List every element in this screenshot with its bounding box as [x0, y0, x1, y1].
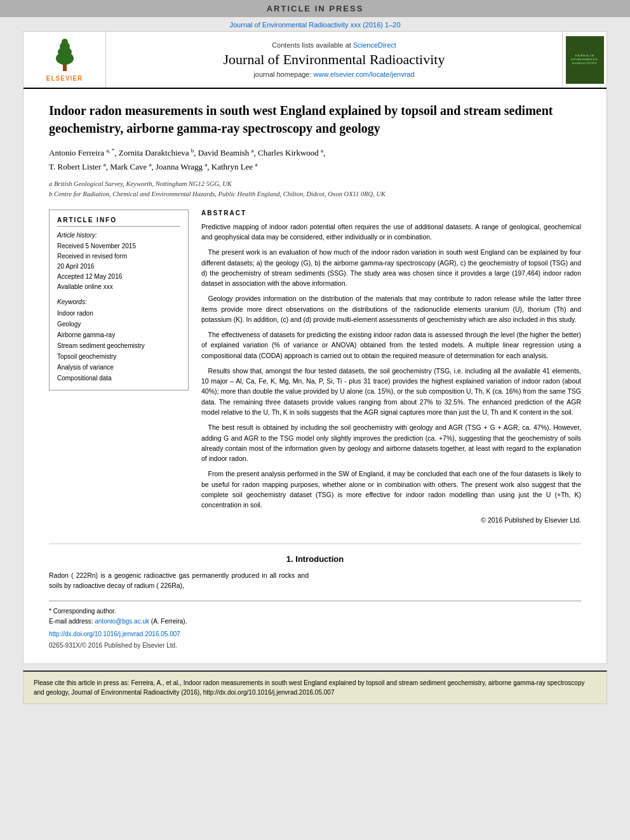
keyword-item: Compositional data	[57, 373, 180, 383]
email-link[interactable]: antonio@bgs.ac.uk	[95, 618, 149, 625]
affiliations: a British Geological Survey, Keyworth, N…	[49, 179, 581, 199]
introduction-text: Radon ( 222Rn) is a geogenic radioactive…	[49, 570, 581, 591]
section-number: 1. Introduction	[49, 554, 581, 564]
abstract-header: ABSTRACT	[201, 210, 581, 217]
two-column-section: ARTICLE INFO Article history: Received 5…	[49, 210, 581, 531]
article-in-press-banner: ARTICLE IN PRESS	[0, 0, 630, 17]
available-online: Available online xxx	[57, 282, 180, 292]
article-history: Article history: Received 5 November 201…	[57, 232, 180, 292]
abstract-paragraph-1: Predictive mapping of indoor radon poten…	[201, 222, 581, 243]
sciencedirect-link[interactable]: ScienceDirect	[353, 41, 396, 49]
paper-body: Indoor radon measurements in south west …	[23, 89, 607, 663]
homepage-url[interactable]: www.elsevier.com/locate/jenvrad	[314, 70, 415, 78]
elsevier-logo-section: ELSEVIER	[23, 32, 106, 88]
issn-line: 0265-931X/© 2016 Published by Elsevier L…	[49, 641, 581, 651]
article-history-title: Article history:	[57, 232, 180, 239]
accepted-date: Accepted 12 May 2016	[57, 272, 180, 282]
affiliation-b: b Centre for Radiation, Chemical and Env…	[49, 189, 581, 199]
abstract-section: ABSTRACT Predictive mapping of indoor ra…	[201, 210, 581, 526]
abstract-paragraph-5: Results show that, amongst the four test…	[201, 366, 581, 417]
keywords-list: Indoor radonGeologyAirborne gamma-rayStr…	[57, 308, 180, 383]
svg-point-4	[62, 39, 68, 45]
journal-header-center: Contents lists available at ScienceDirec…	[106, 32, 562, 88]
introduction-section: 1. Introduction Radon ( 222Rn) is a geog…	[49, 543, 581, 591]
intro-paragraph: Radon ( 222Rn) is a geogenic radioactive…	[49, 570, 309, 591]
abstract-paragraph-6: The best result is obtained by including…	[201, 422, 581, 463]
elsevier-tree-icon	[46, 38, 84, 73]
elsevier-logo: ELSEVIER	[46, 38, 84, 82]
keyword-item: Geology	[57, 319, 180, 330]
authors-line: Antonio Ferreira a, *, Zornita Daraktchi…	[49, 146, 581, 174]
received-date: Received 5 November 2015	[57, 241, 180, 251]
keyword-item: Indoor radon	[57, 308, 180, 319]
abstract-paragraph-8: © 2016 Published by Elsevier Ltd.	[201, 515, 581, 525]
keyword-item: Stream sediment geochemistry	[57, 340, 180, 351]
journal-homepage-line: journal homepage: www.elsevier.com/locat…	[253, 70, 414, 78]
affiliation-a: a British Geological Survey, Keyworth, N…	[49, 179, 581, 189]
contents-line: Contents lists available at ScienceDirec…	[272, 41, 396, 49]
journal-reference-line: Journal of Environmental Radioactivity x…	[23, 17, 607, 31]
keyword-item: Topsoil geochemistry	[57, 351, 180, 362]
keyword-item: Airborne gamma-ray	[57, 330, 180, 340]
keywords-section: Keywords: Indoor radonGeologyAirborne ga…	[57, 298, 180, 383]
email-line: E-mail address: antonio@bgs.ac.uk (A. Fe…	[49, 617, 581, 627]
journal-header: ELSEVIER Contents lists available at Sci…	[23, 32, 607, 89]
abstract-paragraph-7: From the present analysis performed in t…	[201, 469, 581, 510]
abstract-paragraph-3: Geology provides information on the dist…	[201, 293, 581, 324]
abstract-paragraph-4: The effectiveness of datasets for predic…	[201, 330, 581, 361]
doi-line[interactable]: http://dx.doi.org/10.1016/j.jenvrad.2016…	[49, 629, 581, 639]
author-david-beamish: David Beamish	[198, 148, 250, 157]
article-info-column: ARTICLE INFO Article history: Received 5…	[49, 210, 189, 531]
corresponding-author-note: * Corresponding author.	[49, 606, 581, 617]
revised-date: 20 April 2016	[57, 262, 180, 272]
received-revised-label: Received in revised form	[57, 251, 180, 262]
citation-footer: Please cite this article in press as: Fe…	[23, 670, 607, 704]
journal-cover-image: JOURNAL OF ENVIRONMENTAL RADIOACTIVITY	[566, 36, 604, 84]
keywords-title: Keywords:	[57, 298, 180, 305]
article-info-header: ARTICLE INFO	[57, 217, 180, 227]
abstract-paragraph-2: The present work is an evaluation of how…	[201, 247, 581, 288]
abstract-text: Predictive mapping of indoor radon poten…	[201, 222, 581, 526]
journal-cover-section: JOURNAL OF ENVIRONMENTAL RADIOACTIVITY	[562, 32, 607, 88]
citation-footer-wrapper: Please cite this article in press as: Fe…	[23, 664, 607, 704]
paper-container: ELSEVIER Contents lists available at Sci…	[23, 31, 607, 664]
footer-notes: * Corresponding author. E-mail address: …	[49, 601, 581, 651]
abstract-column: ABSTRACT Predictive mapping of indoor ra…	[201, 210, 581, 531]
elsevier-wordmark: ELSEVIER	[46, 75, 83, 82]
journal-title-header: Journal of Environmental Radioactivity	[224, 51, 445, 68]
keyword-item: Analysis of variance	[57, 362, 180, 373]
article-info-box: ARTICLE INFO Article history: Received 5…	[49, 210, 189, 390]
article-title: Indoor radon measurements in south west …	[49, 102, 581, 137]
